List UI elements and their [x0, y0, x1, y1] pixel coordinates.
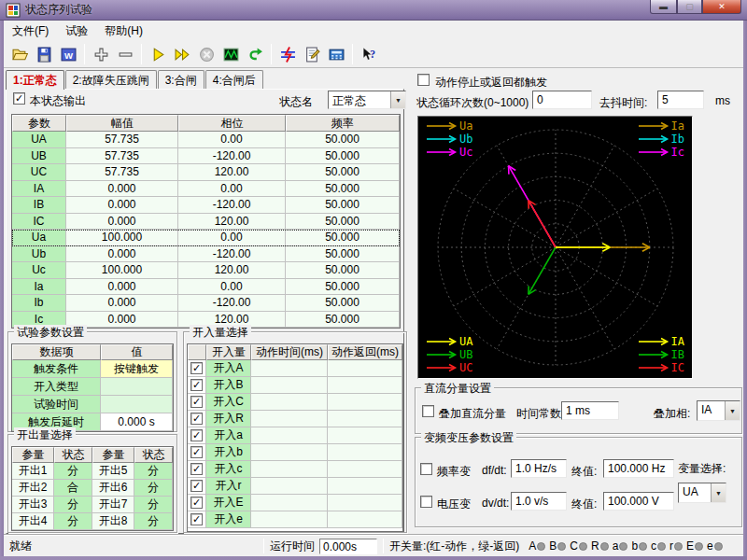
test-param-value[interactable]: 0.000 s [101, 413, 173, 431]
open-button[interactable] [7, 43, 32, 66]
input-checkbox[interactable]: ✓ [190, 413, 203, 425]
input-time-cell[interactable] [251, 461, 328, 478]
input-return-cell[interactable] [328, 478, 402, 495]
input-return-cell[interactable] [328, 495, 402, 511]
add-state-button[interactable] [89, 43, 113, 66]
export-word-button[interactable]: W [56, 43, 80, 66]
param-value-cell[interactable]: 0.00 [178, 279, 286, 296]
param-value-cell[interactable]: 50.000 [286, 230, 400, 246]
state-name-combo[interactable]: 正常态 ▼ [328, 91, 406, 109]
param-value-cell[interactable]: 0.000 [66, 279, 178, 296]
input-time-cell[interactable] [251, 411, 328, 427]
freq-vary-checkbox[interactable] [420, 463, 432, 475]
dvdt-input[interactable]: 1.0 v/s [511, 492, 567, 511]
state-output-checkbox[interactable]: ✓ [13, 92, 25, 105]
tab-3[interactable]: 3:合闸 [158, 70, 204, 89]
test-param-value[interactable] [101, 378, 173, 396]
continue-button[interactable] [170, 43, 194, 66]
param-value-cell[interactable]: 120.00 [178, 262, 286, 279]
input-return-cell[interactable] [328, 444, 402, 461]
close-button[interactable]: ✕ [702, 0, 741, 14]
input-time-cell[interactable] [251, 427, 328, 444]
input-checkbox[interactable]: ✓ [190, 463, 203, 475]
dfdt-input[interactable]: 1.0 Hz/s [511, 459, 567, 478]
calculator-button[interactable] [324, 43, 348, 66]
param-value-cell[interactable]: 0.000 [66, 295, 178, 312]
param-value-cell[interactable]: 100.000 [66, 262, 178, 279]
input-checkbox[interactable]: ✓ [190, 497, 203, 509]
help-button[interactable]: ? [357, 43, 381, 66]
input-checkbox[interactable]: ✓ [190, 362, 203, 374]
input-return-cell[interactable] [328, 377, 402, 394]
test-param-value[interactable]: 按键触发 [101, 360, 173, 378]
param-value-cell[interactable]: 0.000 [66, 181, 178, 198]
impulse-button[interactable] [275, 43, 300, 66]
input-checkbox[interactable]: ✓ [190, 513, 203, 525]
menu-item-3[interactable]: 帮助(H) [96, 21, 151, 41]
input-time-cell[interactable] [251, 495, 328, 511]
trigger-mode-checkbox[interactable] [417, 74, 430, 86]
waveform-button[interactable] [218, 43, 243, 66]
param-value-cell[interactable]: 0.00 [178, 230, 286, 246]
param-value-cell[interactable]: 50.000 [286, 262, 400, 279]
start-test-button[interactable] [146, 43, 170, 66]
tab-1[interactable]: 1:正常态 [6, 70, 64, 90]
maximize-button[interactable]: ▢ [677, 0, 702, 14]
param-value-cell[interactable]: -120.00 [178, 246, 286, 263]
param-value-cell[interactable]: 57.735 [66, 132, 178, 148]
debounce-input[interactable]: 5 [657, 91, 704, 109]
input-time-cell[interactable] [251, 478, 328, 495]
undo-button[interactable] [243, 43, 267, 66]
input-return-cell[interactable] [328, 411, 402, 427]
chevron-down-icon[interactable]: ▼ [711, 483, 726, 502]
test-param-value[interactable] [101, 396, 173, 413]
param-value-cell[interactable]: 50.000 [286, 246, 400, 263]
output-state-cell[interactable]: 分 [134, 463, 173, 480]
param-value-cell[interactable]: 50.000 [286, 181, 400, 198]
param-value-cell[interactable]: 0.00 [178, 132, 286, 148]
time-constant-input[interactable]: 1 ms [561, 401, 619, 420]
volt-final-input[interactable]: 100.000 V [603, 492, 674, 511]
menu-item-1[interactable]: 文件(F) [4, 21, 57, 41]
param-value-cell[interactable]: 0.00 [178, 181, 286, 198]
param-value-cell[interactable]: 50.000 [286, 164, 400, 181]
output-state-cell[interactable]: 分 [54, 497, 92, 513]
param-value-cell[interactable]: 0.000 [66, 197, 178, 214]
param-value-cell[interactable]: 100.000 [66, 230, 178, 246]
freq-final-input[interactable]: 100.000 Hz [603, 459, 674, 478]
param-value-cell[interactable]: 50.000 [286, 132, 400, 148]
output-state-cell[interactable]: 分 [54, 513, 92, 530]
input-time-cell[interactable] [251, 360, 328, 377]
param-value-cell[interactable]: -120.00 [178, 197, 286, 214]
input-time-cell[interactable] [251, 394, 328, 411]
param-value-cell[interactable]: 0.000 [66, 246, 178, 263]
param-value-cell[interactable]: 50.000 [286, 312, 400, 329]
param-value-cell[interactable]: 0.000 [66, 214, 178, 231]
input-return-cell[interactable] [328, 360, 402, 377]
dc-superimpose-checkbox[interactable] [422, 405, 434, 417]
remove-state-button[interactable] [113, 43, 137, 66]
param-value-cell[interactable]: -120.00 [178, 148, 286, 165]
chevron-down-icon[interactable]: ▼ [390, 91, 405, 108]
menu-item-2[interactable]: 试验 [57, 21, 96, 41]
input-checkbox[interactable]: ✓ [190, 480, 203, 492]
param-value-cell[interactable]: 50.000 [286, 279, 400, 296]
input-checkbox[interactable]: ✓ [190, 396, 203, 408]
input-return-cell[interactable] [328, 461, 402, 478]
tab-4[interactable]: 4:合闸后 [205, 70, 263, 89]
loop-count-input[interactable]: 0 [532, 91, 592, 109]
param-value-cell[interactable]: 120.00 [178, 164, 286, 181]
report-button[interactable] [300, 43, 324, 66]
input-time-cell[interactable] [251, 377, 328, 394]
input-checkbox[interactable]: ✓ [190, 446, 203, 458]
param-value-cell[interactable]: 50.000 [286, 197, 400, 214]
minimize-button[interactable]: ▬ [650, 0, 677, 14]
param-value-cell[interactable]: 57.735 [66, 164, 178, 181]
tab-2[interactable]: 2:故障失压跳闸 [65, 70, 157, 89]
output-state-cell[interactable]: 分 [54, 463, 92, 480]
output-state-cell[interactable]: 分 [134, 480, 173, 497]
superimpose-phase-combo[interactable]: IA ▼ [697, 400, 740, 421]
volt-vary-checkbox[interactable] [420, 496, 432, 508]
input-return-cell[interactable] [328, 427, 402, 444]
param-value-cell[interactable]: 50.000 [286, 295, 400, 312]
